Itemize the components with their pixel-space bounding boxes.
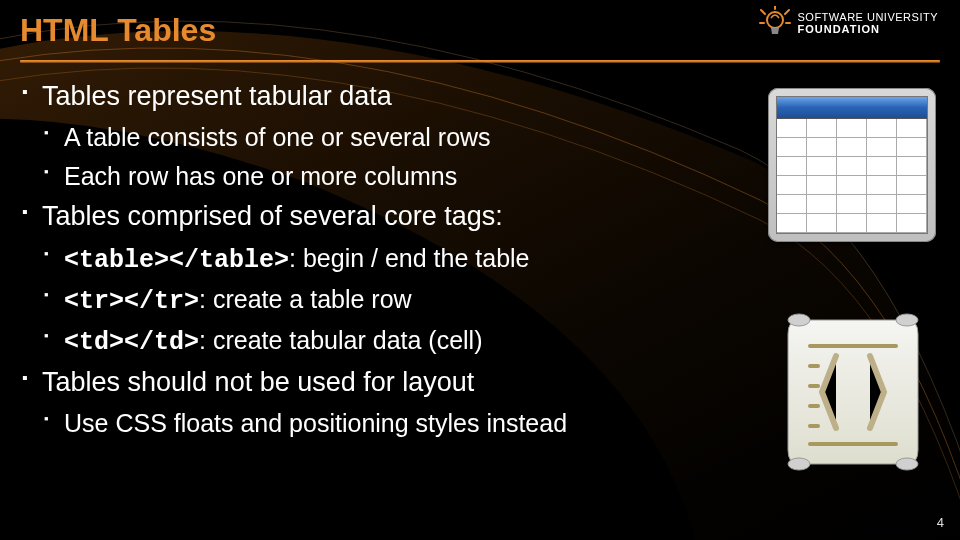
svg-point-6: [896, 458, 918, 470]
bullet-level1: Tables should not be used for layout: [20, 364, 640, 400]
bullet-level2: <td></td>: create tabular data (cell): [42, 323, 640, 360]
svg-point-5: [788, 458, 810, 470]
bullet-level2: Each row has one or more columns: [42, 159, 640, 194]
logo: SOFTWARE UNIVERSITY FOUNDATION: [758, 6, 939, 40]
title-underline: [20, 60, 940, 63]
slide-header: HTML Tables SOFTWARE UNIVERSITY FOUNDATI…: [20, 12, 940, 64]
bullet-level2: <tr></tr>: create a table row: [42, 282, 640, 319]
bullet-level2: A table consists of one or several rows: [42, 120, 640, 155]
bullet-level1: Tables comprised of several core tags:: [20, 198, 640, 234]
svg-point-4: [896, 314, 918, 326]
bullet-level2: Use CSS floats and positioning styles in…: [42, 406, 640, 441]
svg-point-3: [788, 314, 810, 326]
logo-text: SOFTWARE UNIVERSITY FOUNDATION: [798, 11, 939, 35]
slide-content: Tables represent tabular data A table co…: [20, 78, 640, 445]
bullet-level2: <table></table>: begin / end the table: [42, 241, 640, 278]
table-illustration: [768, 88, 936, 242]
lightbulb-icon: [758, 6, 792, 40]
bullet-level1: Tables represent tabular data: [20, 78, 640, 114]
page-number: 4: [937, 515, 944, 530]
scroll-code-illustration: [778, 306, 928, 476]
